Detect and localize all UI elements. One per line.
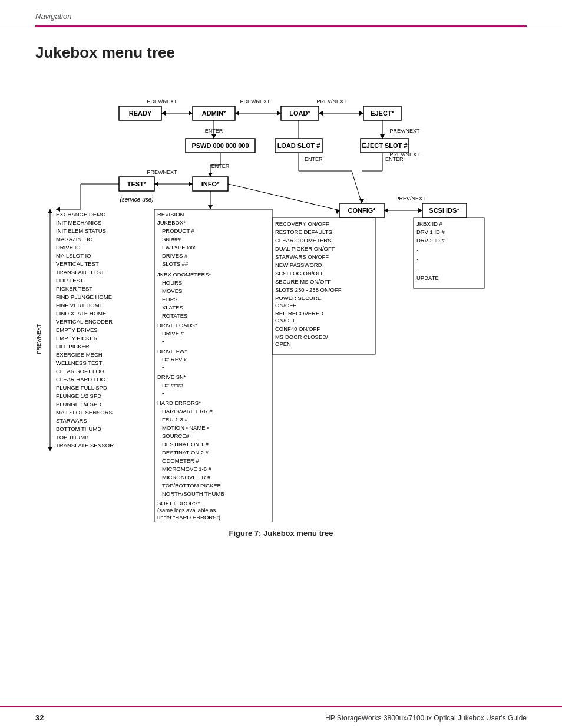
svg-text:SECURE MS ON/OFF: SECURE MS ON/OFF (275, 278, 331, 285)
svg-text:WELLNESS TEST: WELLNESS TEST (56, 360, 103, 366)
svg-text:HARDWARE ERR #: HARDWARE ERR # (162, 408, 213, 414)
svg-text:MICROMOVE 1-6 #: MICROMOVE 1-6 # (162, 466, 212, 472)
svg-text:MICRONOVE ER #: MICRONOVE ER # (162, 474, 211, 480)
svg-text:XLATES: XLATES (162, 304, 183, 311)
svg-text:FIND XLATE HOME: FIND XLATE HOME (56, 310, 106, 317)
svg-text:DRIVE SN*: DRIVE SN* (157, 374, 186, 380)
svg-text:FWTYPE xxx: FWTYPE xxx (162, 244, 196, 251)
svg-text:TRANSLATE SENSOR: TRANSLATE SENSOR (56, 442, 114, 449)
svg-text:MAILSLOT SENSORS: MAILSLOT SENSORS (56, 409, 113, 416)
nav-header: Navigation (0, 0, 562, 25)
svg-text:FILL PICKER: FILL PICKER (56, 343, 90, 350)
svg-text:SN ###: SN ### (162, 236, 181, 242)
svg-text:INFO*: INFO* (201, 180, 220, 187)
svg-text:PRODUCT #: PRODUCT # (162, 228, 194, 234)
svg-marker-63 (359, 199, 364, 203)
svg-text:RECOVERY ON/OFF: RECOVERY ON/OFF (275, 220, 329, 227)
svg-text:DRIVE #: DRIVE # (162, 330, 184, 337)
svg-text:JKBX ID #: JKBX ID # (416, 220, 443, 227)
svg-text:CONF40 ON/OFF: CONF40 ON/OFF (275, 325, 320, 332)
svg-text:POWER SECURE: POWER SECURE (275, 295, 321, 301)
svg-text:STARWARS: STARWARS (56, 417, 87, 424)
svg-text:PREV/NEXT: PREV/NEXT (36, 324, 42, 354)
svg-text:EXERCISE MECH: EXERCISE MECH (56, 351, 103, 358)
svg-text:NEW PASSWORD: NEW PASSWORD (275, 262, 322, 268)
svg-text:FINF VERT HOME: FINF VERT HOME (56, 302, 103, 308)
svg-text:ODOMETER #: ODOMETER # (162, 457, 200, 464)
svg-text:DRV 1 ID #: DRV 1 ID # (416, 229, 445, 235)
svg-text:MOVES: MOVES (162, 288, 182, 294)
svg-marker-19 (359, 111, 363, 116)
svg-text:•: • (162, 364, 164, 371)
svg-text:EMPTY DRIVES: EMPTY DRIVES (56, 327, 98, 333)
page-container: Navigation Jukebox menu tree READY ADMIN… (0, 0, 562, 728)
svg-text:DRIVE LOADS*: DRIVE LOADS* (157, 322, 197, 328)
svg-text:VERTICAL ENCODER: VERTICAL ENCODER (56, 318, 113, 325)
svg-text:PREV/NEXT: PREV/NEXT (389, 128, 420, 134)
svg-marker-55 (418, 208, 422, 213)
svg-text:CLEAR ODOMETERS: CLEAR ODOMETERS (275, 237, 332, 243)
svg-text:PREV/NEXT: PREV/NEXT (147, 169, 177, 175)
svg-text:TEST*: TEST* (127, 180, 147, 187)
diagram-area: READY ADMIN* LOAD* EJECT* PREV/NEXT PREV… (0, 74, 562, 522)
svg-text:DESTINATION 2 #: DESTINATION 2 # (162, 449, 209, 456)
svg-text:ON/OFF: ON/OFF (275, 317, 296, 324)
svg-text:CLEAR SOFT LOG: CLEAR SOFT LOG (56, 368, 104, 374)
svg-text:PREV/NEXT: PREV/NEXT (147, 98, 177, 104)
svg-marker-54 (384, 208, 388, 213)
svg-text:•: • (162, 390, 164, 397)
svg-text:REP RECOVERED: REP RECOVERED (275, 310, 323, 317)
svg-text:PREV/NEXT: PREV/NEXT (395, 196, 426, 202)
svg-text:D# REV x.: D# REV x. (162, 356, 188, 363)
svg-text:MOTION <NAME>: MOTION <NAME> (162, 424, 209, 431)
svg-text:D# ####: D# #### (162, 382, 184, 388)
svg-marker-41 (189, 182, 193, 186)
svg-text:READY: READY (129, 110, 152, 117)
svg-text:DUAL PICKER ON/OFF: DUAL PICKER ON/OFF (275, 245, 335, 252)
svg-text:DRIVES #: DRIVES # (162, 252, 188, 259)
svg-text:PSWD 000 000 000: PSWD 000 000 000 (191, 142, 249, 149)
svg-text:EMPTY PICKER: EMPTY PICKER (56, 335, 98, 341)
svg-text:SOFT ERRORS*: SOFT ERRORS* (157, 500, 200, 506)
svg-marker-46 (208, 173, 213, 177)
svg-text:MAILSLOT IO: MAILSLOT IO (56, 252, 91, 259)
svg-marker-68 (48, 209, 52, 213)
svg-text:PICKER TEST: PICKER TEST (56, 285, 92, 292)
svg-text:HARD ERRORS*: HARD ERRORS* (157, 400, 201, 406)
svg-text:MAGAZINE IO: MAGAZINE IO (56, 236, 92, 242)
svg-text:INIT MECHANICS: INIT MECHANICS (56, 219, 101, 226)
svg-text:TOP THUMB: TOP THUMB (56, 434, 88, 440)
nav-label: Navigation (35, 12, 71, 21)
svg-text:DESTINATION 1 #: DESTINATION 1 # (162, 441, 209, 447)
svg-text:UPDATE: UPDATE (416, 275, 439, 281)
svg-text:JKBX ODOMETERS*: JKBX ODOMETERS* (157, 271, 211, 278)
svg-text:DRV 2 ID #: DRV 2 ID # (416, 237, 445, 243)
svg-text:DRIVE IO: DRIVE IO (56, 244, 81, 251)
footer-page-number: 32 (35, 713, 44, 722)
svg-line-56 (228, 184, 340, 210)
figure-caption: Figure 7: Jukebox menu tree (0, 529, 562, 538)
svg-text:•: • (162, 338, 164, 345)
svg-text:INIT ELEM STATUS: INIT ELEM STATUS (56, 228, 106, 234)
svg-text:OPEN: OPEN (275, 341, 291, 347)
svg-text:ADMIN*: ADMIN* (202, 110, 226, 117)
svg-text:under "HARD ERRORS"): under "HARD ERRORS") (157, 514, 220, 521)
svg-text:LOAD*: LOAD* (289, 110, 310, 117)
svg-text:.: . (416, 255, 418, 261)
svg-text:.: . (416, 264, 418, 271)
svg-text:SLOTS 230 - 238 ON/OFF: SLOTS 230 - 238 ON/OFF (275, 286, 342, 293)
svg-text:FIND PLUNGE HOME: FIND PLUNGE HOME (56, 294, 112, 300)
svg-marker-170 (208, 205, 213, 209)
svg-text:TRANSLATE TEST: TRANSLATE TEST (56, 269, 104, 275)
svg-text:HOURS: HOURS (162, 279, 182, 286)
svg-text:REVISION: REVISION (157, 211, 184, 218)
svg-text:PLUNGE FULL SPD: PLUNGE FULL SPD (56, 384, 107, 391)
svg-text:EJECT*: EJECT* (371, 110, 394, 117)
svg-text:LOAD SLOT #: LOAD SLOT # (277, 142, 320, 149)
footer-document-title: HP StorageWorks 3800ux/7100ux Optical Ju… (325, 714, 527, 722)
svg-marker-18 (319, 111, 323, 116)
svg-text:PLUNGE 1/2 SPD: PLUNGE 1/2 SPD (56, 393, 101, 399)
svg-marker-31 (380, 134, 385, 139)
svg-text:TOP/BOTTOM PICKER: TOP/BOTTOM PICKER (162, 482, 222, 489)
svg-text:DRIVE FW*: DRIVE FW* (157, 348, 187, 354)
